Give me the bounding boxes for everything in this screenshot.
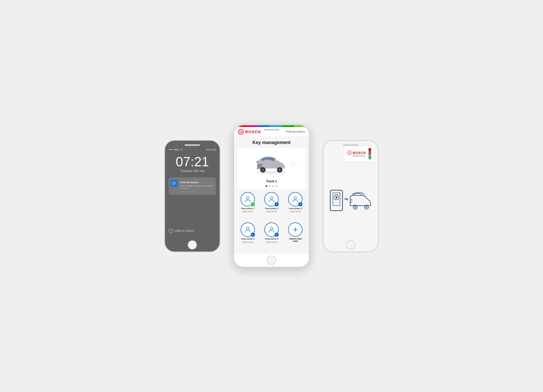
bosch-logo-right: BOSCH Invented for life	[344, 146, 374, 162]
home-button-center[interactable]	[267, 256, 276, 265]
carrier-label: BELL	[174, 148, 180, 151]
svg-point-22	[246, 197, 249, 199]
person-icon-3	[291, 195, 299, 203]
driver-id-3: USER-ID 003	[290, 211, 301, 212]
svg-point-23	[270, 197, 273, 199]
driver-avatar-1: ✓	[241, 192, 255, 206]
carousel-dots	[266, 185, 277, 187]
left-phone: BELL 07:21 AM 07:21 Thursday, 26th July	[164, 140, 220, 252]
notif-content: Perfectly keyless now Fleet manager has …	[180, 180, 214, 193]
notif-title: Perfectly keyless	[180, 181, 198, 184]
app-subtitle: Perfectly keyless	[286, 130, 305, 133]
bosch-logo-circle	[238, 129, 244, 135]
svg-rect-31	[333, 193, 340, 206]
notification-card: Perfectly keyless now Fleet manager has …	[169, 177, 216, 195]
driver-avatar-4: +	[241, 222, 255, 237]
dot-4	[276, 185, 277, 187]
signal-dots	[169, 149, 173, 150]
page-title: Key management	[237, 140, 306, 145]
driver-avatar-5: +	[264, 222, 279, 237]
lock-time: 07:21	[169, 155, 216, 168]
bosch-brand-name: BOSCH	[245, 129, 261, 134]
svg-rect-20	[256, 161, 258, 163]
notif-app-icon	[171, 180, 178, 187]
truck-label: Truck 1	[266, 180, 277, 183]
driver-id-4: USER-ID 004	[242, 241, 253, 243]
app-body: Key management	[234, 137, 309, 254]
plus-badge-4: +	[251, 233, 255, 237]
create-new-avatar	[288, 222, 302, 237]
bosch-logo: BOSCH	[238, 129, 261, 135]
bosch-right-circle	[347, 150, 352, 155]
driver-card-4[interactable]: + Truck driver 4 USER-ID 004	[237, 222, 258, 251]
person-icon-4	[244, 225, 252, 234]
person-icon-5	[267, 225, 276, 234]
check-badge-1: ✓	[251, 202, 255, 206]
svg-point-15	[263, 170, 263, 170]
dot-3	[272, 185, 274, 187]
svg-point-24	[294, 197, 297, 199]
driver-id-2: USER-ID 002	[266, 211, 277, 212]
wifi-icon	[181, 149, 183, 151]
driver-card-3[interactable]: + Truck driver 3 USER-ID 003	[285, 192, 306, 220]
driver-avatar-2: +	[264, 192, 279, 206]
dot-2	[269, 185, 271, 187]
person-icon-1	[244, 195, 252, 203]
right-phone: BOSCH Invented for life	[323, 140, 379, 252]
svg-point-25	[246, 227, 249, 230]
svg-point-21	[257, 163, 258, 164]
scene: BELL 07:21 AM 07:21 Thursday, 26th July	[157, 117, 386, 275]
truck-illustration	[251, 152, 292, 176]
slide-arrow-icon: ›	[169, 229, 173, 233]
bosch-right-name: BOSCH	[353, 151, 366, 155]
carousel-next-arrow[interactable]: ›	[291, 162, 297, 167]
svg-point-29	[348, 152, 350, 154]
driver-name-2: Truck driver 2	[265, 207, 278, 210]
create-new-user-card[interactable]: CREATE NEWUSER	[285, 222, 306, 251]
driver-avatar-3: +	[288, 192, 302, 206]
center-phone: BOSCH Perfectly keyless Key management	[233, 125, 310, 268]
plus-icon	[292, 227, 298, 233]
truck-carousel: › Truck 1	[237, 148, 306, 189]
svg-point-37	[366, 206, 367, 208]
notif-body: Fleet manager has given you access to Tr…	[180, 185, 214, 190]
app-screen: BOSCH Perfectly keyless Key management	[234, 125, 309, 254]
person-icon-2	[267, 195, 276, 203]
driver-card-5[interactable]: + Truck driver 5 USER-ID 005	[261, 222, 282, 251]
driver-id-5: USER-ID 005	[266, 241, 277, 243]
driver-name-1: Truck driver 1	[241, 207, 254, 210]
keyless-illustration	[328, 185, 374, 218]
notif-swipe[interactable]: Swipe to confirm	[180, 191, 214, 193]
driver-name-4: Truck driver 4	[241, 238, 254, 240]
plus-badge-2: +	[275, 202, 279, 206]
dot-1	[266, 185, 267, 187]
right-screen: BOSCH Invented for life	[323, 141, 378, 238]
notif-timestamp: now	[201, 181, 205, 184]
driver-card-1[interactable]: ✓ Truck driver 1 USER-ID 001	[237, 192, 258, 220]
slide-unlock-label: slide to unlock	[175, 229, 194, 233]
bosch-circle-icon	[239, 130, 243, 134]
svg-rect-30	[330, 190, 343, 211]
bosch-brand-row: BOSCH	[347, 150, 366, 155]
slide-unlock[interactable]: › slide to unlock	[169, 229, 216, 236]
plus-badge-3: +	[298, 202, 302, 206]
driver-card-2[interactable]: + Truck driver 2 USER-ID 002	[261, 192, 282, 220]
svg-rect-19	[270, 163, 275, 164]
keyless-icon	[172, 181, 176, 185]
status-bar: BELL 07:21 AM	[169, 148, 216, 151]
home-button-right[interactable]	[346, 240, 355, 250]
svg-rect-0	[172, 182, 174, 184]
svg-point-26	[270, 227, 273, 230]
bosch-right-icon	[348, 151, 351, 154]
illustration-area	[328, 168, 374, 236]
home-button-left[interactable]	[188, 240, 197, 250]
drivers-grid: ✓ Truck driver 1 USER-ID 001 +	[237, 192, 306, 251]
driver-name-5: Truck driver 5	[265, 238, 278, 240]
plus-badge-5: +	[275, 233, 279, 237]
driver-id-1: USER-ID 001	[242, 211, 253, 212]
bosch-color-stripe	[369, 148, 371, 159]
driver-name-3: Truck driver 3	[289, 207, 302, 210]
signal-area: BELL	[169, 148, 183, 151]
status-time: 07:21 AM	[206, 148, 216, 151]
svg-rect-33	[336, 197, 337, 198]
